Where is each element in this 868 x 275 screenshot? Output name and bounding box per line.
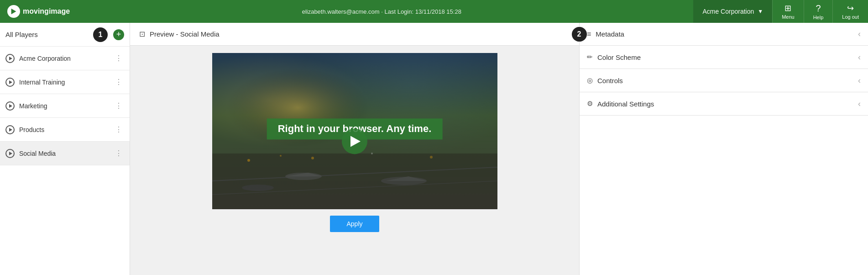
collapse-icon[interactable]: ‹ bbox=[858, 53, 861, 62]
controls-icon: ◎ bbox=[587, 76, 593, 85]
color-scheme-icon: ✏ bbox=[587, 53, 593, 61]
preview-icon: ⊡ bbox=[139, 30, 145, 38]
more-options-icon[interactable]: ⋮ bbox=[113, 52, 124, 64]
additional-settings-section: ⚙ Additional Settings ‹ bbox=[580, 92, 868, 116]
center-panel: ⊡ Preview - Social Media 2 bbox=[130, 23, 580, 275]
sidebar-item-social-media[interactable]: Social Media ⋮ bbox=[0, 142, 130, 165]
svg-point-7 bbox=[280, 155, 282, 157]
logo: movingimage bbox=[7, 5, 70, 18]
header-right: Acme Corporation ▼ ⊞ Menu ? Help ↪ Log o… bbox=[693, 0, 868, 23]
more-options-icon[interactable]: ⋮ bbox=[113, 76, 124, 88]
controls-title: ◎ Controls bbox=[587, 76, 623, 85]
svg-point-15 bbox=[242, 185, 274, 191]
item-label: Marketing bbox=[19, 102, 113, 110]
collapse-icon[interactable]: ‹ bbox=[858, 29, 861, 39]
add-player-button[interactable]: + bbox=[113, 29, 124, 40]
org-selector[interactable]: Acme Corporation ▼ bbox=[693, 0, 772, 23]
video-player[interactable]: Right in your browser. Any time. bbox=[212, 53, 497, 209]
step-2-badge: 2 bbox=[572, 27, 586, 42]
metadata-label: Metadata bbox=[596, 30, 624, 38]
center-header: ⊡ Preview - Social Media 2 bbox=[130, 23, 579, 46]
org-name: Acme Corporation bbox=[702, 8, 754, 15]
item-label: Acme Corporation bbox=[19, 55, 113, 62]
color-scheme-label: Color Scheme bbox=[597, 53, 641, 61]
additional-settings-header[interactable]: ⚙ Additional Settings ‹ bbox=[580, 92, 868, 115]
collapse-icon[interactable]: ‹ bbox=[858, 76, 861, 85]
right-panel: 3 ≡ Metadata ‹ ✏ Color Scheme ‹ ◎ bbox=[580, 23, 868, 275]
logo-icon bbox=[7, 5, 20, 18]
additional-settings-label: Additional Settings bbox=[597, 100, 654, 108]
main-layout: All Players + 1 Acme Corporation ⋮ Inter… bbox=[0, 23, 868, 275]
help-icon: ? bbox=[816, 3, 821, 14]
metadata-section-title: ≡ Metadata bbox=[587, 30, 624, 38]
controls-header[interactable]: ◎ Controls ‹ bbox=[580, 69, 868, 92]
sidebar-item-products[interactable]: Products ⋮ bbox=[0, 118, 130, 142]
svg-point-10 bbox=[430, 156, 433, 159]
apply-button-row: Apply bbox=[330, 216, 379, 232]
help-nav-item[interactable]: ? Help bbox=[804, 0, 833, 23]
menu-icon: ⊞ bbox=[784, 3, 791, 13]
logout-icon: ↪ bbox=[847, 3, 854, 13]
user-info: elizabeth.walters@acme.com · Last Login:… bbox=[302, 8, 461, 15]
preview-title: Preview - Social Media bbox=[150, 30, 220, 38]
sidebar: All Players + 1 Acme Corporation ⋮ Inter… bbox=[0, 23, 130, 275]
more-options-icon[interactable]: ⋮ bbox=[113, 100, 124, 112]
svg-point-8 bbox=[311, 157, 314, 159]
svg-point-6 bbox=[247, 159, 250, 162]
video-container: Right in your browser. Any time. Apply bbox=[130, 46, 579, 275]
logout-nav-item[interactable]: ↪ Log out bbox=[832, 0, 868, 23]
menu-nav-item[interactable]: ⊞ Menu bbox=[772, 0, 804, 23]
more-options-icon[interactable]: ⋮ bbox=[113, 123, 124, 136]
controls-label: Controls bbox=[597, 77, 623, 85]
help-label: Help bbox=[813, 15, 824, 20]
color-scheme-header[interactable]: ✏ Color Scheme ‹ bbox=[580, 46, 868, 69]
additional-settings-title: ⚙ Additional Settings bbox=[587, 100, 654, 108]
expand-icon bbox=[5, 101, 15, 111]
play-button[interactable] bbox=[342, 128, 367, 154]
app-header: movingimage elizabeth.walters@acme.com ·… bbox=[0, 0, 868, 23]
svg-rect-3 bbox=[212, 153, 497, 209]
color-scheme-title: ✏ Color Scheme bbox=[587, 53, 641, 61]
item-label: Products bbox=[19, 126, 113, 133]
expand-icon bbox=[5, 125, 15, 134]
color-scheme-section: ✏ Color Scheme ‹ bbox=[580, 46, 868, 69]
right-panel-metadata-header[interactable]: 3 ≡ Metadata ‹ bbox=[580, 23, 868, 46]
step-1-badge: 1 bbox=[93, 27, 108, 42]
apply-button[interactable]: Apply bbox=[330, 216, 379, 232]
menu-label: Menu bbox=[782, 14, 795, 20]
expand-icon bbox=[5, 78, 15, 87]
svg-marker-0 bbox=[11, 9, 16, 15]
logout-label: Log out bbox=[842, 14, 859, 20]
expand-icon bbox=[5, 54, 15, 63]
sidebar-item-acme-corporation[interactable]: Acme Corporation ⋮ bbox=[0, 47, 130, 70]
sidebar-item-marketing[interactable]: Marketing ⋮ bbox=[0, 94, 130, 118]
logo-text: movingimage bbox=[23, 7, 70, 16]
metadata-icon: ≡ bbox=[587, 30, 591, 38]
item-label: Internal Training bbox=[19, 79, 113, 86]
chevron-down-icon: ▼ bbox=[758, 8, 763, 15]
additional-settings-icon: ⚙ bbox=[587, 100, 593, 108]
sidebar-item-all-players[interactable]: All Players + 1 bbox=[0, 23, 130, 47]
more-options-icon[interactable]: ⋮ bbox=[113, 147, 124, 159]
svg-point-9 bbox=[371, 153, 373, 154]
controls-section: ◎ Controls ‹ bbox=[580, 69, 868, 92]
sidebar-item-internal-training[interactable]: Internal Training ⋮ bbox=[0, 70, 130, 94]
expand-icon bbox=[5, 149, 15, 158]
collapse-icon[interactable]: ‹ bbox=[858, 99, 861, 109]
item-label: Social Media bbox=[19, 150, 113, 157]
